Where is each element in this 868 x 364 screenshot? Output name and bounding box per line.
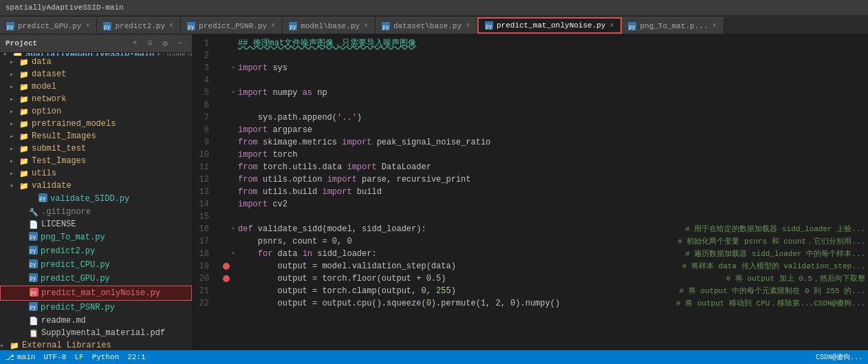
sidebar-item-predict_mat_onlyNoise[interactable]: pypredict_mat_onlyNoise.py: [0, 286, 192, 301]
tab-predict_GPU[interactable]: pypredict_GPU.py×: [0, 17, 97, 34]
code-text: psnrs, count = 0, 0: [238, 235, 666, 248]
sidebar-item-Supplymental_material[interactable]: 📋Supplymental_material.pdf: [0, 327, 192, 339]
code-text: from torch.utils.data import DataLoader: [238, 161, 865, 173]
tab-close-predict2[interactable]: ×: [168, 22, 175, 30]
svg-text:py: py: [104, 24, 111, 30]
tab-close-model_base[interactable]: ×: [362, 22, 369, 30]
file-icon-predict_PSNR: py: [29, 302, 38, 313]
line-number: 5: [193, 87, 213, 99]
breakpoint-dot: [223, 275, 230, 282]
sidebar-item-Result_Images[interactable]: ▸📁Result_Images: [0, 130, 192, 142]
sidebar-item-validate[interactable]: ▾📁validate: [0, 180, 192, 192]
sidebar-add-btn[interactable]: +: [129, 37, 141, 50]
file-icon-predict_mat_onlyNoise: py: [30, 288, 39, 299]
svg-text:py: py: [290, 24, 296, 30]
file-icon-predict_CPU: py: [29, 259, 38, 270]
folder-arrow: ▸: [10, 144, 19, 153]
tab-dataset_base[interactable]: pydataset\base.py×: [376, 17, 477, 34]
tab-close-predict_GPU[interactable]: ×: [84, 22, 91, 30]
tab-close-png_To_mat[interactable]: ×: [711, 22, 718, 30]
tab-label-dataset_base: dataset\base.py: [393, 22, 462, 30]
tab-close-predict_mat_onlyNoise[interactable]: ×: [608, 22, 615, 30]
folder-icon: 📁: [19, 120, 29, 129]
sidebar-item-predict_CPU[interactable]: pypredict_CPU.py: [0, 258, 192, 272]
code-text: import sys: [238, 62, 865, 74]
tab-icon-predict2: py: [102, 21, 112, 31]
svg-text:py: py: [7, 24, 14, 30]
tab-label-model_base: model\base.py: [301, 22, 360, 30]
code-line: ## 推理mat文件噪声图像，只需要导入噪声图像: [219, 37, 868, 50]
sidebar-item-network[interactable]: ▸📁network: [0, 93, 192, 105]
tab-icon-predict_PSNR: py: [186, 21, 196, 31]
tab-close-predict_PSNR[interactable]: ×: [270, 22, 276, 30]
folder-arrow: ▸: [10, 83, 19, 91]
folder-icon: 📁: [19, 157, 29, 166]
code-line: ▾import numpy as np: [219, 87, 868, 99]
sidebar-item-option[interactable]: ▸📁option: [0, 105, 192, 118]
code-text: output = torch.floor(output + 0.5): [238, 272, 715, 285]
sidebar-item-png_To_mat[interactable]: pypng_To_mat.py: [0, 231, 192, 244]
sidebar-item-readme[interactable]: 📄readme.md: [0, 314, 192, 327]
sidebar-title: Project: [6, 39, 126, 47]
sidebar-item-model[interactable]: ▸📁model: [0, 81, 192, 93]
sidebar-item-data[interactable]: ▸📁data: [0, 56, 192, 68]
tab-close-dataset_base[interactable]: ×: [464, 22, 471, 30]
sidebar-item-label-predict_mat_onlyNoise: predict_mat_onlyNoise.py: [41, 288, 191, 298]
svg-text:py: py: [188, 24, 195, 30]
code-text: output = output.cpu().squeeze(0).permute…: [238, 297, 665, 310]
sidebar-item-label-predict2: predict2.py: [41, 246, 192, 256]
tab-predict_PSNR[interactable]: pypredict_PSNR.py×: [181, 17, 283, 34]
code-content[interactable]: ## 推理mat文件噪声图像，只需要导入噪声图像▾import sys▾impo…: [219, 34, 868, 350]
sidebar-item-dataset[interactable]: ▸📁dataset: [0, 68, 192, 81]
sidebar-item-label-external_libraries: External Libraries: [22, 341, 192, 350]
sidebar-item-label-Test_Images: Test_Images: [32, 156, 192, 166]
folder-icon: 📁: [19, 144, 29, 153]
sidebar-item-validate_SIDD[interactable]: pyvalidate_SIDD.py: [0, 192, 192, 206]
tab-model_base[interactable]: pymodel\base.py×: [283, 17, 376, 34]
line-number: 6: [193, 99, 213, 111]
line-number: 7: [193, 111, 213, 124]
sidebar-item-label-validate: validate: [32, 181, 192, 191]
status-line-ending: LF: [74, 353, 83, 361]
code-line: output = model.validation_step(data)# 将样…: [219, 260, 868, 272]
svg-text:py: py: [629, 24, 636, 30]
sidebar-collapse-btn[interactable]: −: [174, 37, 186, 50]
line-number: 12: [193, 173, 213, 186]
sidebar-item-pretrained_models[interactable]: ▸📁pretrained_models: [0, 118, 192, 130]
sidebar-item-predict_PSNR[interactable]: pypredict_PSNR.py: [0, 301, 192, 314]
fold-indicator[interactable]: ▾: [231, 248, 238, 260]
status-branch: ⎇ main: [6, 353, 35, 362]
sidebar-item-predict_GPU[interactable]: pypredict_GPU.py: [0, 272, 192, 286]
sidebar-item-utils[interactable]: ▸📁utils: [0, 167, 192, 180]
folder-arrow: ▸: [10, 132, 19, 140]
code-line: import argparse: [219, 124, 868, 136]
code-line: [219, 74, 868, 87]
tab-predict_mat_onlyNoise[interactable]: pypredict_mat_onlyNoise.py×: [477, 17, 622, 34]
folder-icon: 📁: [19, 70, 29, 79]
code-line: [219, 99, 868, 111]
sidebar-item-external_libraries[interactable]: ▸📁External Libraries: [0, 339, 192, 350]
tab-predict2[interactable]: pypredict2.py×: [97, 17, 181, 34]
folder-arrow: ▸: [10, 169, 19, 178]
tab-png_To_mat[interactable]: pypng_To_mat.p...×: [622, 17, 724, 34]
folder-icon: 📁: [19, 132, 29, 141]
sidebar-item-submit_test[interactable]: ▸📁submit_test: [0, 142, 192, 155]
line-number: 9: [193, 136, 213, 149]
fold-indicator[interactable]: ▾: [231, 87, 238, 99]
sidebar-item-gitignore[interactable]: 🔧.gitignore: [0, 206, 192, 218]
fold-indicator[interactable]: ▾: [231, 223, 238, 235]
breakpoint-area[interactable]: [221, 275, 231, 282]
fold-indicator[interactable]: ▾: [231, 62, 238, 74]
sidebar-sort-btn[interactable]: ≡: [144, 37, 156, 50]
status-language: Python: [92, 353, 120, 361]
code-line: from utils.option import parse, recursiv…: [219, 173, 868, 186]
code-line: ▾ for data in sidd_loader:# 遍历数据加载器 sidd…: [219, 248, 868, 260]
sidebar-settings-btn[interactable]: ⚙: [159, 37, 171, 50]
sidebar-item-LICENSE[interactable]: 📄LICENSE: [0, 218, 192, 231]
sidebar-item-predict2[interactable]: pypredict2.py: [0, 244, 192, 258]
breakpoint-area[interactable]: [221, 263, 231, 270]
code-text: import cv2: [238, 198, 865, 211]
line-number: 17: [193, 235, 213, 248]
sidebar-item-label-option: option: [32, 107, 192, 116]
sidebar-item-Test_Images[interactable]: ▸📁Test_Images: [0, 155, 192, 167]
